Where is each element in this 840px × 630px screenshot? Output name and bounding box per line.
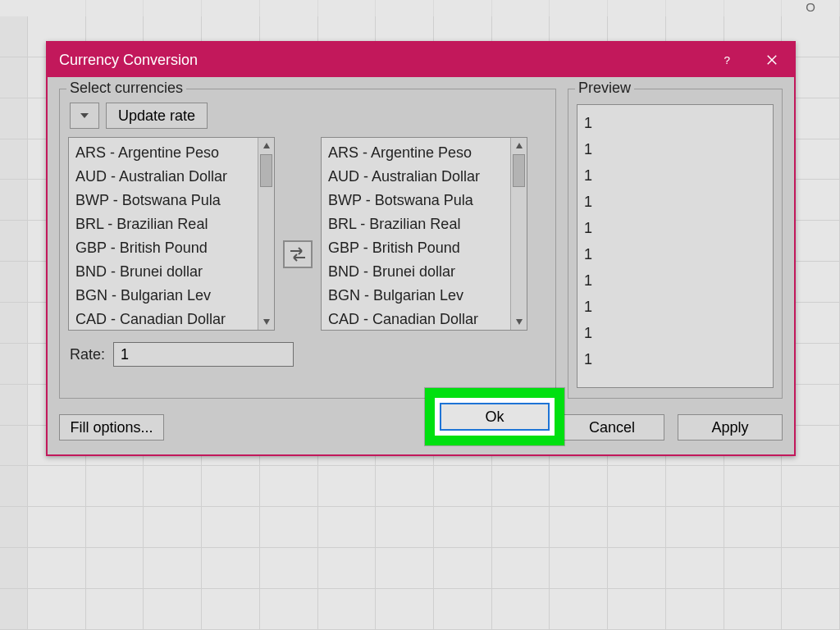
select-currencies-group: Select currencies Update rate ARS - Arge… [59, 89, 556, 399]
preview-list: 1111111111 [577, 104, 774, 388]
preview-value: 1 [584, 294, 766, 320]
scroll-thumb[interactable] [260, 154, 272, 187]
cancel-button[interactable]: Cancel [559, 414, 664, 441]
swap-button[interactable] [283, 240, 313, 268]
scrollbar[interactable] [510, 138, 527, 330]
chevron-down-icon [80, 111, 89, 121]
currency-item[interactable]: AUD - Australian Dollar [75, 165, 269, 189]
svg-marker-6 [516, 143, 523, 148]
preview-value: 1 [584, 189, 766, 215]
dropdown-toggle[interactable] [70, 103, 99, 129]
scrollbar[interactable] [258, 138, 274, 330]
preview-value: 1 [584, 320, 766, 346]
currency-item[interactable]: AUD - Australian Dollar [328, 165, 522, 189]
fill-options-button[interactable]: Fill options... [59, 414, 164, 441]
svg-marker-4 [263, 143, 270, 148]
scroll-thumb[interactable] [513, 154, 525, 187]
tutorial-highlight: Ok [425, 388, 564, 445]
preview-value: 1 [584, 136, 766, 162]
preview-value: 1 [584, 110, 766, 136]
column-headers: O [0, 0, 840, 16]
preview-legend: Preview [575, 80, 634, 97]
scroll-up-icon[interactable] [511, 138, 527, 154]
svg-marker-7 [516, 319, 523, 325]
apply-button[interactable]: Apply [678, 414, 783, 441]
help-button[interactable]: ? [705, 43, 750, 77]
help-icon: ? [720, 52, 735, 67]
close-button[interactable] [750, 43, 794, 77]
preview-value: 1 [584, 241, 766, 267]
currency-item[interactable]: CAD - Canadian Dollar [328, 308, 522, 331]
source-currency-list[interactable]: ARS - Argentine PesoAUD - Australian Dol… [68, 137, 275, 331]
update-rate-button[interactable]: Update rate [106, 103, 208, 129]
dialog-title: Currency Conversion [59, 52, 198, 69]
preview-value: 1 [584, 162, 766, 189]
currency-item[interactable]: BGN - Bulgarian Lev [75, 284, 269, 308]
svg-marker-5 [263, 319, 270, 325]
scroll-down-icon[interactable] [258, 313, 274, 330]
preview-value: 1 [584, 215, 766, 241]
scroll-down-icon[interactable] [511, 313, 527, 330]
svg-text:?: ? [724, 54, 731, 66]
currency-item[interactable]: GBP - British Pound [328, 236, 522, 260]
rate-input[interactable] [113, 342, 294, 367]
svg-marker-3 [80, 113, 89, 118]
close-icon [765, 52, 779, 67]
column-header-O[interactable]: O [782, 0, 840, 16]
currency-item[interactable]: GBP - British Pound [75, 236, 269, 260]
target-currency-list[interactable]: ARS - Argentine PesoAUD - Australian Dol… [321, 137, 527, 331]
preview-value: 1 [584, 346, 766, 372]
currency-item[interactable]: BRL - Brazilian Real [328, 212, 522, 236]
select-currencies-legend: Select currencies [66, 80, 186, 97]
swap-arrows-icon [289, 246, 307, 262]
currency-item[interactable]: CAD - Canadian Dollar [75, 308, 269, 331]
currency-item[interactable]: BRL - Brazilian Real [75, 212, 269, 236]
preview-value: 1 [584, 267, 766, 294]
scroll-up-icon[interactable] [258, 138, 274, 154]
currency-item[interactable]: BND - Brunei dollar [75, 260, 269, 284]
currency-item[interactable]: BWP - Botswana Pula [328, 189, 522, 212]
rate-label: Rate: [70, 346, 105, 363]
currency-item[interactable]: BND - Brunei dollar [328, 260, 522, 284]
currency-conversion-dialog: Currency Conversion ? Select currencies … [46, 41, 796, 456]
preview-group: Preview 1111111111 [568, 89, 783, 399]
currency-item[interactable]: ARS - Argentine Peso [328, 141, 522, 165]
ok-button[interactable]: Ok [440, 403, 550, 431]
currency-item[interactable]: BGN - Bulgarian Lev [328, 284, 522, 308]
currency-item[interactable]: BWP - Botswana Pula [75, 189, 269, 212]
dialog-titlebar[interactable]: Currency Conversion ? [48, 43, 794, 77]
currency-item[interactable]: ARS - Argentine Peso [75, 141, 269, 165]
